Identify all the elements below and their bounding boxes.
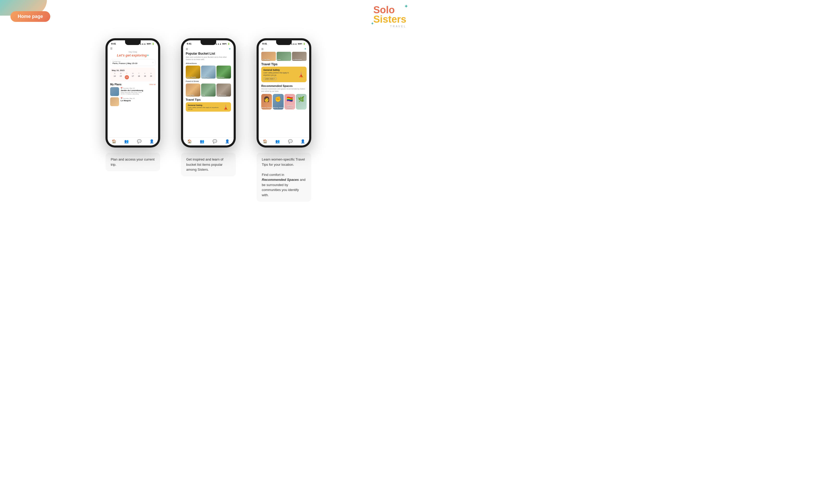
phone2-menu-icon: ☰ bbox=[186, 48, 188, 50]
calendar-section: May 16, 2023 SMTWTFS 14 15 16 17 18 19 2… bbox=[110, 68, 156, 81]
plan2-date: 📅 Tuesday, May 16 bbox=[121, 97, 156, 99]
sparkle-bottom-icon: ✦ bbox=[371, 21, 374, 26]
woman-owned-icon: 👩 bbox=[261, 94, 272, 102]
nav2-home[interactable]: 🏠 bbox=[187, 139, 192, 143]
attraction-shakespeare[interactable]: Shakespear... bbox=[216, 66, 231, 79]
phone3-safety-title: General Safety bbox=[263, 69, 295, 71]
phone1-time: 9:41 bbox=[111, 43, 116, 45]
lighthouse-icon: 🗼 bbox=[222, 104, 229, 110]
phone3: 9:41 ▲▲▲ WiFi 🔋 ☰ ✦ Le Train bbox=[257, 38, 311, 148]
space-minority-owned[interactable]: ✊ Minority Owned bbox=[273, 94, 283, 109]
attraction-sainte[interactable]: Sainte-Chapelle bbox=[186, 66, 200, 79]
nav3-group[interactable]: 👥 bbox=[275, 139, 280, 143]
sparkle-top-icon: ✦ bbox=[404, 3, 408, 9]
bucket-title: Popular Bucket List bbox=[186, 52, 231, 55]
space-woman-owned[interactable]: 👩 Woman Owned bbox=[261, 94, 272, 109]
view-all-link[interactable]: View all bbox=[149, 83, 156, 85]
minority-owned-label: Minority Owned bbox=[273, 107, 283, 108]
top-photo-2[interactable]: Kong bbox=[277, 52, 291, 61]
food-label: Food & Drink bbox=[186, 80, 231, 82]
phone3-content: ☰ ✦ Le Train Bleu Kong Les Résistants. bbox=[259, 46, 309, 109]
lgbtq-label: LGBTQIA+ Friendly bbox=[284, 105, 295, 108]
phone2-travel-tips-title: Travel Tips bbox=[186, 98, 231, 101]
phone3-description: Learn women-specific Travel Tips for you… bbox=[257, 153, 311, 202]
phone2-container: 9:41 ▲▲▲ WiFi 🔋 ☰ ✦ Popular Bucket List … bbox=[181, 38, 236, 176]
nav2-profile[interactable]: 👤 bbox=[225, 139, 230, 143]
current-trip-box[interactable]: Current trip Paris, France | May 15-19 › bbox=[110, 59, 156, 66]
phone3-nav: 🏠 👥 💬 👤 bbox=[259, 137, 309, 146]
plan-item-1[interactable]: 📅 Tuesday, May 16 Jardin du Luxembourg S… bbox=[110, 87, 156, 96]
phone2-time: 9:41 bbox=[187, 43, 191, 45]
phone1-inner: 9:41 ▲▲▲ WiFi 🔋 ☰ Hey Cindy Let's get ex… bbox=[108, 40, 158, 146]
logo-area: ✦ Solo Sisters ✦ TRAVEL bbox=[373, 5, 406, 28]
top-photo-3[interactable]: Les Résistants. bbox=[292, 52, 307, 61]
nav3-profile[interactable]: 👤 bbox=[301, 139, 305, 143]
logo-solo: Solo bbox=[373, 5, 406, 15]
rec-spaces-sub: Discover businesses and spaces recommend… bbox=[261, 88, 307, 92]
hamburger-icon: ☰ bbox=[110, 47, 156, 50]
food-grid: Le Train Bleu Kong Les Résistants. bbox=[186, 83, 231, 97]
headline-em: exploring bbox=[132, 53, 147, 57]
safety-sub: Learn safety pointers that apply to anyw… bbox=[188, 107, 221, 110]
phone2-description: Get inspired and learn of bucket list it… bbox=[181, 153, 236, 176]
phone3-safety-sub: Learn safety pointers that apply to anyw… bbox=[263, 72, 295, 76]
plan2-info: 📅 Tuesday, May 16 Le Maquis bbox=[121, 97, 156, 102]
nav-profile[interactable]: 👤 bbox=[149, 139, 154, 143]
nav-home[interactable]: 🏠 bbox=[112, 139, 116, 143]
bucket-subtitle: Add more activities to your Bucket List … bbox=[186, 56, 231, 60]
plan1-date-text: Tuesday, May 16 bbox=[123, 87, 135, 89]
food-resistant-label: Les Résistants. bbox=[217, 95, 227, 96]
calendar-days-header: SMTWTFS bbox=[112, 73, 154, 74]
calendar-month: May 16, 2023 bbox=[112, 69, 154, 72]
attraction-shakespeare-label: Shakespear... bbox=[217, 76, 225, 78]
phone3-desc2: Find comfort in bbox=[262, 173, 284, 177]
lgbtq-icon: 🏳️‍🌈 bbox=[284, 94, 295, 102]
phone3-safety-card[interactable]: General Safety Learn safety pointers tha… bbox=[261, 67, 307, 82]
nav3-home[interactable]: 🏠 bbox=[263, 139, 267, 143]
nav-chat[interactable]: 💬 bbox=[137, 139, 141, 143]
attractions-grid: Sainte-Chapelle Arc de Triom... Shakespe… bbox=[186, 66, 231, 79]
header: Home page ✦ Solo Sisters ✦ TRAVEL bbox=[0, 0, 417, 30]
phone1-status-icons: ▲▲▲ WiFi 🔋 bbox=[140, 43, 154, 45]
plan2-date-text: Tuesday, May 16 bbox=[123, 98, 135, 99]
photo3-label: Les Résistants. bbox=[292, 59, 302, 60]
food-kong[interactable]: Kong bbox=[201, 83, 216, 97]
trip-name: Paris, France | May 15-19 bbox=[113, 62, 137, 65]
headline-plus: + bbox=[147, 53, 149, 57]
phone3-inner: 9:41 ▲▲▲ WiFi 🔋 ☰ ✦ Le Train bbox=[259, 40, 309, 146]
attractions-label: Attractions bbox=[186, 62, 231, 65]
top-photos: Le Train Bleu Kong Les Résistants. bbox=[261, 52, 307, 61]
plan1-date: 📅 Tuesday, May 16 bbox=[121, 87, 156, 89]
attraction-arc[interactable]: Arc de Triom... bbox=[201, 66, 216, 79]
plan-item-2[interactable]: 📅 Tuesday, May 16 Le Maquis bbox=[110, 97, 156, 106]
logo-travel: TRAVEL bbox=[390, 25, 406, 28]
safety-card[interactable]: General Safety Learn safety pointers tha… bbox=[186, 102, 231, 111]
woman-owned-label: Woman Owned bbox=[261, 107, 272, 108]
food-resistant[interactable]: Les Résistants. bbox=[216, 83, 231, 97]
plan2-thumbnail bbox=[110, 97, 119, 106]
phone2-notch bbox=[200, 40, 216, 45]
attraction-sainte-label: Sainte-Chapelle bbox=[186, 76, 196, 78]
space-lgbtq-friendly[interactable]: 🏳️‍🌈 LGBTQIA+ Friendly bbox=[284, 94, 295, 109]
phone2-plus-icon: ✦ bbox=[229, 47, 231, 51]
food-train-label: Le Train Bleu bbox=[186, 95, 194, 96]
top-photo-1[interactable]: Le Train Bleu bbox=[261, 52, 276, 61]
nav3-chat[interactable]: 💬 bbox=[288, 139, 292, 143]
phone3-menu-icon: ☰ bbox=[261, 48, 264, 50]
logo-sisters: Sisters bbox=[373, 15, 406, 24]
food-train-bleu[interactable]: Le Train Bleu bbox=[186, 83, 200, 97]
phone3-travel-tips-header: Travel Tips bbox=[261, 62, 307, 66]
safety-title: General Safety bbox=[188, 104, 221, 106]
phone1: 9:41 ▲▲▲ WiFi 🔋 ☰ Hey Cindy Let's get ex… bbox=[105, 38, 160, 148]
main-content: 9:41 ▲▲▲ WiFi 🔋 ☰ Hey Cindy Let's get ex… bbox=[0, 30, 417, 202]
phone3-desc1: Learn women-specific Travel Tips for you… bbox=[262, 157, 305, 167]
nav2-chat[interactable]: 💬 bbox=[213, 139, 217, 143]
nav-group[interactable]: 👥 bbox=[124, 139, 129, 143]
phone3-plus-icon: ✦ bbox=[304, 47, 307, 51]
nav2-group[interactable]: 👥 bbox=[200, 139, 204, 143]
extra-icon: 🌿 bbox=[296, 94, 307, 102]
space-extra[interactable]: 🌿 bbox=[296, 94, 307, 109]
plan1-time: 10:00 | 3 Sisters attending bbox=[121, 93, 156, 95]
learn-more-button[interactable]: Learn more > bbox=[263, 77, 277, 80]
safety-text: General Safety Learn safety pointers tha… bbox=[188, 104, 221, 110]
